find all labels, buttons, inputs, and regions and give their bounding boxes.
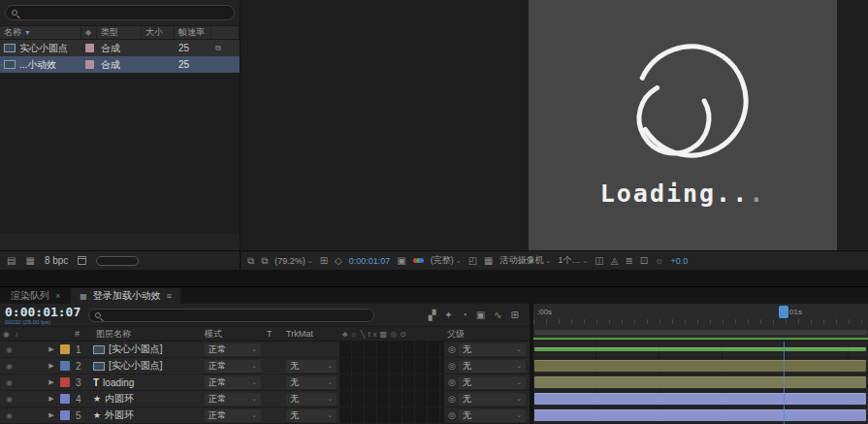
- expand-arrow-icon[interactable]: ▶: [45, 408, 58, 423]
- layer-row-4[interactable]: ◉ ▶ 4 ★内圆环 正常⌄ 无⌄ ◎无⌄: [0, 391, 530, 408]
- resolution-dropdown[interactable]: (完整)⌄: [431, 254, 462, 267]
- track-lanes[interactable]: [533, 342, 868, 424]
- monitor-2-icon[interactable]: ⧉: [261, 255, 268, 267]
- column-fps[interactable]: 帧速率: [175, 26, 211, 39]
- magnification-dropdown[interactable]: (79.2%)⌄: [274, 256, 312, 266]
- panel-menu-icon[interactable]: ≡: [167, 291, 172, 301]
- column-t[interactable]: T: [264, 329, 283, 339]
- exposure-value[interactable]: +0.0: [670, 256, 688, 266]
- trkmat-dropdown[interactable]: 无⌄: [286, 393, 337, 406]
- layer-duration-bar[interactable]: [534, 347, 866, 351]
- comp-mini-flowchart-icon[interactable]: ▞: [429, 310, 436, 320]
- playhead[interactable]: [779, 306, 788, 318]
- parent-dropdown[interactable]: 无⌄: [459, 409, 526, 422]
- layer-switches[interactable]: [339, 375, 444, 390]
- region-of-interest-icon[interactable]: ◰: [468, 255, 477, 266]
- video-eye-icon[interactable]: ◉: [6, 395, 13, 404]
- layer-row-3[interactable]: ◉ ▶ 3 Tloading 正常⌄ 无⌄ ◎无⌄: [0, 375, 530, 391]
- parent-dropdown[interactable]: 无⌄: [459, 360, 526, 373]
- column-trkmat[interactable]: TrkMat: [283, 329, 339, 339]
- trkmat-dropdown[interactable]: 无⌄: [286, 376, 337, 389]
- column-size[interactable]: 大小: [142, 26, 175, 39]
- close-icon[interactable]: ×: [55, 291, 60, 301]
- layer-color-swatch[interactable]: [60, 410, 70, 420]
- transparency-grid-icon[interactable]: ▦: [484, 255, 493, 266]
- layer-duration-bar[interactable]: [534, 409, 866, 421]
- active-camera-dropdown[interactable]: 活动摄像机⌄: [500, 254, 552, 267]
- layer-duration-bar[interactable]: [534, 393, 866, 405]
- project-row-loading-anim[interactable]: ...小动效 合成 25: [0, 56, 240, 73]
- parent-dropdown[interactable]: 无⌄: [459, 376, 526, 389]
- project-row-solid-dot[interactable]: 实心小圆点 合成 25 ⧉: [0, 40, 240, 56]
- graph-editor-icon[interactable]: ⊞: [511, 310, 519, 320]
- layer-duration-bar[interactable]: [534, 360, 866, 372]
- layer-name[interactable]: [实心小圆点]: [93, 358, 202, 374]
- column-type[interactable]: 类型: [97, 26, 142, 39]
- layer-switches[interactable]: [339, 408, 444, 423]
- interpret-footage-icon[interactable]: ▤: [7, 255, 16, 266]
- pickwhip-icon[interactable]: ◎: [448, 410, 456, 420]
- shy-layers-icon[interactable]: ◔: [462, 310, 467, 320]
- layer-name[interactable]: Tloading: [93, 375, 202, 390]
- blend-mode-dropdown[interactable]: 正常⌄: [205, 343, 261, 356]
- tab-composition[interactable]: ▦ 登录加载小动效 ≡: [71, 288, 180, 304]
- layer-switches[interactable]: [339, 358, 444, 374]
- trkmat-dropdown[interactable]: 无⌄: [286, 360, 337, 373]
- layer-switches[interactable]: [339, 342, 444, 357]
- layer-color-swatch[interactable]: [60, 377, 70, 387]
- layer-name[interactable]: [实心小圆点]: [93, 342, 202, 357]
- bit-depth-button[interactable]: 8 bpc: [45, 255, 68, 266]
- parent-dropdown[interactable]: 无⌄: [459, 343, 526, 356]
- current-timecode[interactable]: 0:00:01:07: [5, 306, 80, 318]
- expand-arrow-icon[interactable]: ▶: [45, 342, 58, 357]
- label-color-chip[interactable]: [85, 44, 94, 52]
- work-area-bar[interactable]: [534, 330, 867, 335]
- pickwhip-icon[interactable]: ◎: [448, 394, 456, 404]
- trash-icon[interactable]: [78, 256, 86, 265]
- parent-dropdown[interactable]: 无⌄: [459, 393, 526, 406]
- pickwhip-icon[interactable]: ◎: [448, 344, 456, 354]
- frame-blending-icon[interactable]: ▣: [476, 310, 485, 320]
- grid-guides-icon[interactable]: ⊞: [320, 255, 328, 266]
- layer-row-2[interactable]: ◉ ▶ 2 [实心小圆点] 正常⌄ 无⌄ ◎无⌄: [0, 358, 530, 375]
- draft-3d-icon[interactable]: ✦: [444, 310, 452, 320]
- composition-frame[interactable]: Loading...: [529, 0, 837, 250]
- blend-mode-dropdown[interactable]: 正常⌄: [205, 376, 261, 389]
- trkmat-dropdown[interactable]: 无⌄: [286, 409, 337, 422]
- track-row-1[interactable]: [533, 342, 868, 358]
- reset-exposure-icon[interactable]: ☼: [655, 255, 663, 266]
- time-ruler[interactable]: :00s 01s: [533, 304, 868, 342]
- column-mode[interactable]: 模式: [202, 328, 264, 341]
- layer-row-1[interactable]: ◉ ▶ 1 [实心小圆点] 正常⌄ ◎无⌄: [0, 342, 530, 358]
- track-row-2[interactable]: [533, 358, 868, 375]
- tab-render-queue[interactable]: 渲染队列 ×: [2, 288, 69, 304]
- blend-mode-dropdown[interactable]: 正常⌄: [205, 393, 261, 406]
- project-search-input[interactable]: [5, 5, 235, 20]
- layer-name[interactable]: ★内圆环: [93, 391, 202, 407]
- show-channel-icon[interactable]: [413, 258, 424, 263]
- layer-switches[interactable]: [339, 391, 444, 407]
- column-name[interactable]: 名称 ▼: [0, 26, 81, 39]
- motion-blur-icon[interactable]: ∿: [494, 310, 501, 320]
- comp-flowchart-icon[interactable]: ⊡: [640, 255, 648, 266]
- expand-arrow-icon[interactable]: ▶: [45, 358, 58, 374]
- column-label[interactable]: ◆: [81, 26, 97, 39]
- expand-arrow-icon[interactable]: ▶: [45, 375, 58, 390]
- snapshot-camera-icon[interactable]: ▣: [397, 255, 405, 266]
- pickwhip-icon[interactable]: ◎: [448, 377, 456, 387]
- view-layout-dropdown[interactable]: 1个…⌄: [558, 254, 588, 267]
- layer-duration-bar[interactable]: [534, 376, 866, 388]
- label-color-chip[interactable]: [85, 60, 94, 69]
- expand-arrow-icon[interactable]: ▶: [45, 391, 58, 407]
- video-eye-icon[interactable]: ◉: [6, 411, 13, 420]
- layer-color-swatch[interactable]: [60, 361, 70, 371]
- layer-color-swatch[interactable]: [60, 394, 70, 404]
- layer-color-swatch[interactable]: [60, 344, 70, 354]
- blend-mode-dropdown[interactable]: 正常⌄: [205, 409, 261, 422]
- fast-preview-icon[interactable]: ◬: [611, 255, 619, 266]
- blend-mode-dropdown[interactable]: 正常⌄: [205, 360, 261, 373]
- new-folder-icon[interactable]: ▦: [25, 255, 34, 266]
- timeline-search-input[interactable]: [88, 309, 374, 322]
- video-eye-icon[interactable]: ◉: [6, 362, 13, 371]
- pixel-aspect-icon[interactable]: ◫: [595, 255, 603, 266]
